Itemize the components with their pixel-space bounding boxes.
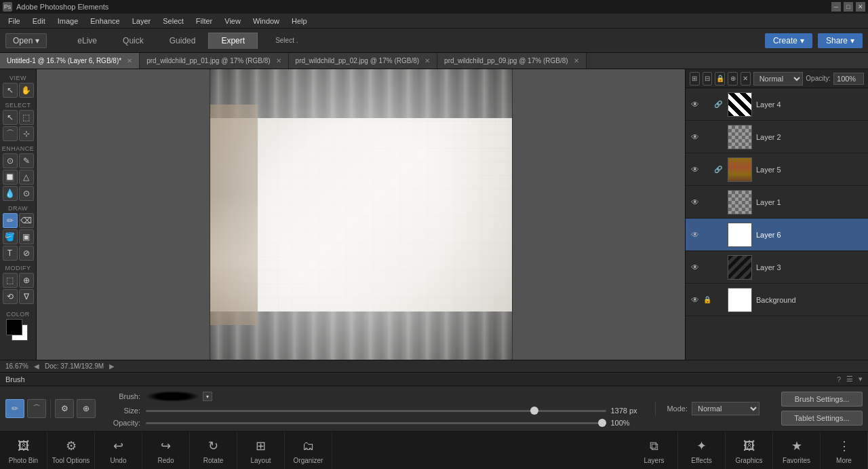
close-tab-pp01[interactable]: ✕: [276, 57, 281, 64]
layer2-visibility[interactable]: 👁: [690, 132, 701, 143]
layer-item-layer4[interactable]: 👁 🔗 Layer 4: [686, 88, 868, 121]
close-tab-pp09[interactable]: ✕: [574, 57, 579, 64]
layer1-lock[interactable]: [702, 197, 713, 208]
brush-main-tool[interactable]: ✏: [5, 399, 24, 418]
doc-tab-untitled[interactable]: Untitled-1 @ 16.7% (Layer 6, RGB/8)* ✕: [0, 53, 140, 69]
layer6-visibility[interactable]: 👁: [690, 229, 701, 240]
layer1-visibility[interactable]: 👁: [690, 197, 701, 208]
layer-item-layer3[interactable]: 👁 Layer 3: [686, 251, 868, 284]
doc-tab-pp01[interactable]: prd_wildchild_pp_01.jpg @ 17% (RGB/8) ✕: [140, 53, 288, 69]
maximize-button[interactable]: □: [844, 2, 853, 12]
layer-tool-5[interactable]: ✕: [741, 72, 751, 86]
dock-photo-bin[interactable]: 🖼 Photo Bin: [0, 432, 47, 469]
dock-more[interactable]: ⋮ More: [821, 432, 868, 469]
brush-help-icon[interactable]: ?: [837, 375, 841, 383]
close-button[interactable]: ✕: [856, 2, 865, 12]
dock-rotate[interactable]: ↻ Rotate: [190, 432, 237, 469]
status-arrow-left[interactable]: ◀: [34, 362, 39, 370]
dock-layout[interactable]: ⊞ Layout: [237, 432, 285, 469]
menu-layer[interactable]: Layer: [127, 16, 157, 26]
menu-edit[interactable]: Edit: [27, 16, 51, 26]
close-tab-pp02[interactable]: ✕: [425, 57, 430, 64]
dodge-tool[interactable]: ⊙: [19, 186, 34, 201]
tab-quick[interactable]: Quick: [110, 33, 157, 49]
close-tab-untitled[interactable]: ✕: [127, 57, 132, 64]
smart-brush[interactable]: △: [19, 170, 34, 185]
marquee-tool[interactable]: ⬚: [19, 110, 34, 125]
menu-filter[interactable]: Filter: [191, 16, 218, 26]
crop-tool[interactable]: ⬚: [3, 273, 18, 288]
menu-file[interactable]: File: [3, 16, 26, 26]
straighten-tool[interactable]: ⟲: [3, 289, 18, 304]
layer6-lock[interactable]: [702, 229, 713, 240]
selection-tool[interactable]: ↖: [3, 110, 18, 125]
color-swatches[interactable]: [6, 319, 31, 343]
layer4-visibility[interactable]: 👁: [690, 99, 701, 110]
menu-select[interactable]: Select: [157, 16, 189, 26]
brush-settings-tool[interactable]: ⚙: [55, 399, 74, 418]
layer-tool-4[interactable]: ⊕: [728, 72, 738, 86]
minimize-button[interactable]: ─: [831, 2, 841, 12]
background-lock[interactable]: 🔒: [702, 295, 713, 305]
layer-tool-3[interactable]: 🔒: [715, 72, 725, 86]
tablet-settings-btn[interactable]: Tablet Settings...: [781, 411, 863, 426]
layer-item-layer6[interactable]: 👁 Layer 6: [686, 219, 868, 251]
blend-mode-select[interactable]: Normal Multiply Screen Overlay: [753, 72, 804, 86]
layer-tool-1[interactable]: ⊞: [690, 72, 700, 86]
layer3-visibility[interactable]: 👁: [690, 262, 701, 273]
menu-enhance[interactable]: Enhance: [85, 16, 125, 26]
lasso-tool[interactable]: ⌒: [3, 126, 18, 141]
dock-redo[interactable]: ↪ Redo: [142, 432, 190, 469]
gradient-tool[interactable]: ▣: [19, 229, 34, 244]
heal-tool[interactable]: ✎: [19, 153, 34, 168]
window-controls[interactable]: ─ □ ✕: [831, 2, 865, 12]
dock-favorites[interactable]: ★ Favorites: [773, 432, 821, 469]
tab-elive[interactable]: eLive: [64, 33, 110, 49]
dock-undo[interactable]: ↩ Undo: [95, 432, 142, 469]
brush-dropdown-btn[interactable]: ▾: [203, 392, 212, 401]
foreground-color[interactable]: [6, 319, 22, 335]
layer5-lock[interactable]: [702, 164, 713, 175]
clone-tool[interactable]: 🔲: [3, 170, 18, 185]
menu-image[interactable]: Image: [52, 16, 84, 26]
canvas-area[interactable]: [37, 69, 685, 360]
mode-select[interactable]: Normal Dissolve Multiply Screen Overlay: [692, 402, 760, 415]
type-tool[interactable]: T: [3, 246, 18, 261]
opacity-input[interactable]: [833, 73, 864, 85]
menu-window[interactable]: Window: [248, 16, 285, 26]
doc-tab-pp02[interactable]: prd_wildchild_pp_02.jpg @ 17% (RGB/8) ✕: [289, 53, 437, 69]
magic-wand-tool[interactable]: ⊹: [19, 126, 34, 141]
brush-sample-tool[interactable]: ⊕: [77, 399, 96, 418]
status-arrow-right[interactable]: ▶: [109, 362, 115, 370]
dock-tool-options[interactable]: ⚙ Tool Options: [47, 432, 95, 469]
hand-tool[interactable]: ✋: [19, 83, 34, 98]
layer3-lock[interactable]: [702, 262, 713, 273]
eraser-tool[interactable]: ⌫: [19, 213, 34, 228]
move-tool[interactable]: ↖: [3, 83, 18, 98]
brush-tool[interactable]: ✏: [3, 213, 18, 228]
brush-collapse-icon[interactable]: ▾: [859, 375, 863, 383]
layer-tool-2[interactable]: ⊟: [703, 72, 713, 86]
content-aware-tool[interactable]: ⊕: [19, 273, 34, 288]
layer-item-background[interactable]: 👁 🔒 Background: [686, 284, 868, 316]
dock-organizer[interactable]: 🗂 Organizer: [285, 432, 332, 469]
dock-graphics[interactable]: 🖼 Graphics: [726, 432, 773, 469]
share-button[interactable]: Share ▾: [818, 33, 863, 48]
brush-impressionist[interactable]: ⌒: [27, 399, 46, 418]
shape-tool[interactable]: ⊘: [19, 246, 34, 261]
menu-help[interactable]: Help: [286, 16, 313, 26]
brush-options-icon[interactable]: ☰: [846, 375, 853, 383]
layer-item-layer5[interactable]: 👁 🔗 Layer 5: [686, 153, 868, 186]
doc-tab-pp09[interactable]: prd_wildchild_pp_09.jpg @ 17% (RGB/8) ✕: [437, 53, 586, 69]
layer2-lock[interactable]: [702, 132, 713, 143]
dock-effects[interactable]: ✦ Effects: [678, 432, 726, 469]
blur-tool[interactable]: 💧: [3, 186, 18, 201]
bucket-tool[interactable]: 🪣: [3, 229, 18, 244]
canvas-image[interactable]: [210, 69, 513, 360]
menu-view[interactable]: View: [219, 16, 246, 26]
tab-guided[interactable]: Guided: [157, 33, 209, 49]
layer4-lock[interactable]: [702, 99, 713, 110]
layer5-visibility[interactable]: 👁: [690, 164, 701, 175]
dock-layers[interactable]: ⧉ Layers: [631, 432, 678, 469]
layer-item-layer1[interactable]: 👁 Layer 1: [686, 186, 868, 219]
